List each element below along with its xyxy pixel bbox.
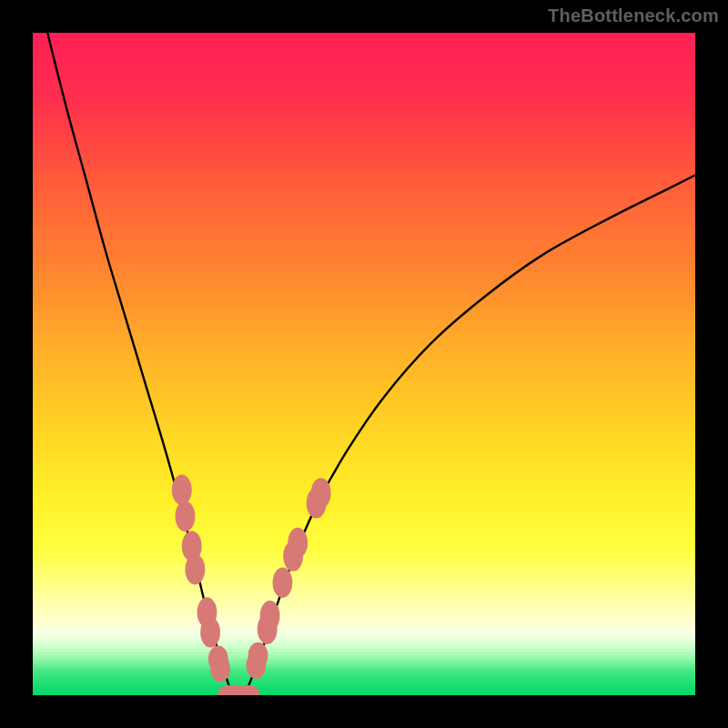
watermark-text: TheBottleneck.com [548, 5, 719, 26]
data-marker [176, 501, 196, 531]
data-marker [248, 642, 268, 669]
bottleneck-curve [33, 33, 695, 695]
data-marker [200, 617, 220, 647]
data-marker [260, 601, 280, 631]
curve-right-arm [248, 176, 695, 686]
data-marker [210, 655, 230, 682]
data-marker [288, 528, 308, 558]
data-marker [311, 478, 331, 508]
outer-frame: TheBottleneck.com [0, 0, 728, 728]
data-marker [273, 567, 293, 597]
data-marker [172, 475, 192, 505]
plot-area [33, 33, 695, 695]
data-marker [185, 554, 205, 584]
curve-left-arm [33, 33, 228, 685]
